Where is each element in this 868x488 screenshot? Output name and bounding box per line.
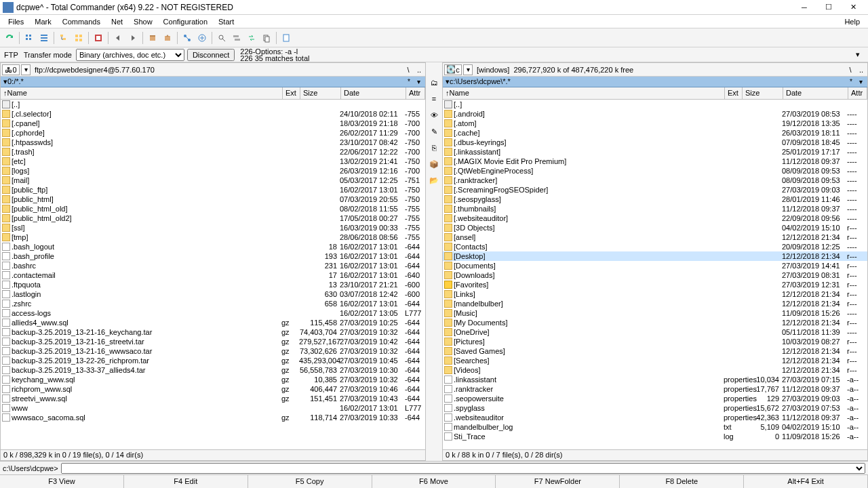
list-item[interactable]: backup-3.25.2019_13-21-16_keychang.targz…	[1, 327, 425, 337]
right-history-icon[interactable]: *	[847, 78, 855, 86]
copy-names-icon[interactable]	[260, 31, 273, 45]
list-item[interactable]: [Contacts]20/09/2018 12:25----	[443, 242, 867, 251]
f3-view[interactable]: F3 View	[0, 475, 124, 488]
list-item[interactable]: access-logs16/02/2017 13:05L777	[1, 308, 425, 318]
right-fav-icon[interactable]: ▾	[856, 78, 865, 86]
f6-move[interactable]: F6 Move	[372, 475, 496, 488]
list-item[interactable]: .seopowersuiteproperties12927/03/2019 09…	[443, 394, 867, 403]
left-drive-select[interactable]: 🖧0	[2, 64, 20, 75]
list-item[interactable]: [.thumbnails]11/12/2018 09:37----	[443, 204, 867, 214]
list-item[interactable]: .bash_logout1816/02/2017 13:01-644	[1, 242, 425, 251]
list-item[interactable]: [ssl]16/03/2019 00:33-755	[1, 223, 425, 232]
menu-mark[interactable]: Mark	[29, 16, 56, 27]
list-item[interactable]: keychang_www.sqlgz10,38527/03/2019 10:32…	[1, 375, 425, 384]
f4-edit[interactable]: F4 Edit	[124, 475, 248, 488]
list-item[interactable]: www16/02/2017 13:01L777	[1, 403, 425, 413]
right-path-bar[interactable]: ▾c:\Users\dcpwe\*.* * ▾	[443, 77, 867, 87]
list-item[interactable]: [3D Objects]04/02/2019 15:10r---	[443, 223, 867, 232]
list-item[interactable]: [.ScreamingFrogSEOSpider]27/03/2019 09:0…	[443, 185, 867, 195]
list-item[interactable]: [mandelbulber]12/12/2018 21:34r---	[443, 299, 867, 308]
list-item[interactable]: [public_html_old]08/02/2018 11:55-755	[1, 204, 425, 214]
mid-view-icon[interactable]: 👁	[427, 108, 441, 122]
list-item[interactable]: [.MAGIX Movie Edit Pro Premium]11/12/201…	[443, 157, 867, 166]
list-item[interactable]: wwwsaco_sacoma.sqlgz118,71427/03/2019 10…	[1, 413, 425, 422]
menu-start[interactable]: Start	[213, 16, 239, 27]
multi-rename-icon[interactable]	[230, 31, 243, 45]
list-item[interactable]: [.linkassistant]25/01/2019 17:17----	[443, 147, 867, 157]
menu-help[interactable]: Help	[839, 16, 865, 27]
list-item[interactable]: [logs]26/03/2019 12:16-700	[1, 166, 425, 176]
list-item[interactable]: [Searches]12/12/2018 21:34r---	[443, 356, 867, 365]
list-item[interactable]: [..]	[443, 100, 867, 109]
list-item[interactable]: streetvi_www.sqlgz151,45127/03/2019 10:4…	[1, 394, 425, 403]
col-attr[interactable]: Attr	[848, 87, 867, 99]
list-item[interactable]: [..]	[1, 100, 425, 109]
list-item[interactable]: [Music]11/09/2018 15:26----	[443, 308, 867, 318]
search-icon[interactable]	[215, 31, 229, 45]
mid-pack-icon[interactable]: 📦	[427, 157, 441, 171]
right-up-icon[interactable]: ..	[856, 65, 866, 75]
left-file-list[interactable]: [..][.cl.selector]24/10/2018 02:11-755[.…	[1, 100, 425, 449]
minimize-button[interactable]: ─	[792, 1, 816, 14]
command-input[interactable]	[61, 463, 865, 474]
list-item[interactable]: [Desktop]12/12/2018 21:34r---	[443, 251, 867, 261]
list-item[interactable]: [.htpasswds]23/10/2017 08:42-750	[1, 138, 425, 147]
list-item[interactable]: .contactemail1716/02/2017 13:01-640	[1, 270, 425, 280]
thumbs-icon[interactable]	[72, 31, 85, 45]
left-drive-dropdown[interactable]: ▾	[21, 64, 31, 75]
col-ext[interactable]: Ext	[283, 87, 300, 99]
left-up-icon[interactable]: ..	[414, 65, 424, 75]
notepad-icon[interactable]	[279, 31, 293, 45]
brief-view-icon[interactable]	[22, 31, 36, 45]
menu-show[interactable]: Show	[128, 16, 158, 27]
col-size[interactable]: Size	[300, 87, 341, 99]
list-item[interactable]: [My Documents]12/12/2018 21:34r---	[443, 318, 867, 327]
list-item[interactable]: [.atom]19/12/2018 13:35----	[443, 119, 867, 128]
list-item[interactable]: [.cpanel]18/03/2019 21:18-700	[1, 119, 425, 128]
list-item[interactable]: .zshrc65816/02/2017 13:01-644	[1, 299, 425, 308]
disconnect-button[interactable]: Disconnect	[187, 49, 235, 61]
right-root-icon[interactable]: \	[846, 65, 855, 75]
left-root-icon[interactable]: \	[403, 65, 413, 75]
right-drive-dropdown[interactable]: ▾	[463, 64, 473, 75]
col-attr[interactable]: Attr	[406, 87, 425, 99]
list-item[interactable]: [.android]27/03/2019 08:53----	[443, 109, 867, 119]
mid-copy-icon[interactable]: ⎘	[427, 141, 441, 155]
mid-edit-icon[interactable]: ✎	[427, 125, 441, 138]
menu-configuration[interactable]: Configuration	[158, 16, 213, 27]
menu-files[interactable]: Files	[3, 16, 29, 27]
list-item[interactable]: [Links]12/12/2018 21:34r---	[443, 289, 867, 299]
left-history-icon[interactable]: *	[405, 78, 413, 86]
list-item[interactable]: [Documents]27/03/2019 14:41r---	[443, 261, 867, 270]
menu-net[interactable]: Net	[106, 16, 128, 27]
col-ext[interactable]: Ext	[725, 87, 743, 99]
col-size[interactable]: Size	[743, 87, 783, 99]
list-item[interactable]: [.seospyglass]28/01/2019 11:46----	[443, 195, 867, 204]
list-item[interactable]: backup-3.25.2019_13-22-26_richprom.targz…	[1, 356, 425, 365]
close-button[interactable]: ✕	[841, 1, 865, 14]
f7-newfolder[interactable]: F7 NewFolder	[496, 475, 620, 488]
ftp-new-icon[interactable]	[195, 31, 209, 45]
mid-equal-icon[interactable]: =	[427, 92, 441, 106]
full-view-icon[interactable]	[37, 31, 51, 45]
list-item[interactable]: [public_ftp]16/02/2017 13:01-750	[1, 185, 425, 195]
list-item[interactable]: [.websiteauditor]22/09/2018 09:56----	[443, 214, 867, 223]
list-item[interactable]: .websiteauditorproperties42,36311/12/201…	[443, 413, 867, 422]
mid-unpack-icon[interactable]: 📂	[427, 174, 441, 187]
list-item[interactable]: [ansel]12/12/2018 21:34r---	[443, 232, 867, 242]
list-item[interactable]: allieds4_www.sqlgz115,45827/03/2019 10:2…	[1, 318, 425, 327]
list-item[interactable]: backup-3.25.2019_13-21-16_streetvi.targz…	[1, 337, 425, 346]
list-item[interactable]: [Videos]12/12/2018 21:34r---	[443, 365, 867, 375]
list-item[interactable]: backup-3.25.2019_13-21-16_wwwsaco.targz7…	[1, 346, 425, 356]
list-item[interactable]: [.dbus-keyrings]07/09/2018 18:45----	[443, 138, 867, 147]
transfer-mode-select[interactable]: Binary (archives, doc etc.)	[76, 49, 184, 61]
list-item[interactable]: .lastlogin63003/07/2018 12:42-600	[1, 289, 425, 299]
list-item[interactable]: .ftpquota1323/10/2017 21:21-600	[1, 280, 425, 289]
list-item[interactable]: [.cl.selector]24/10/2018 02:11-755	[1, 109, 425, 119]
invert-icon[interactable]	[92, 31, 105, 45]
mid-tree-icon[interactable]: 🗂	[427, 76, 441, 89]
list-item[interactable]: mandelbulber_logtxt5,10904/02/2019 15:10…	[443, 422, 867, 432]
list-item[interactable]: [.trash]22/06/2017 12:22-700	[1, 147, 425, 157]
menu-commands[interactable]: Commands	[57, 16, 106, 27]
list-item[interactable]: [OneDrive]05/11/2018 11:39----	[443, 327, 867, 337]
